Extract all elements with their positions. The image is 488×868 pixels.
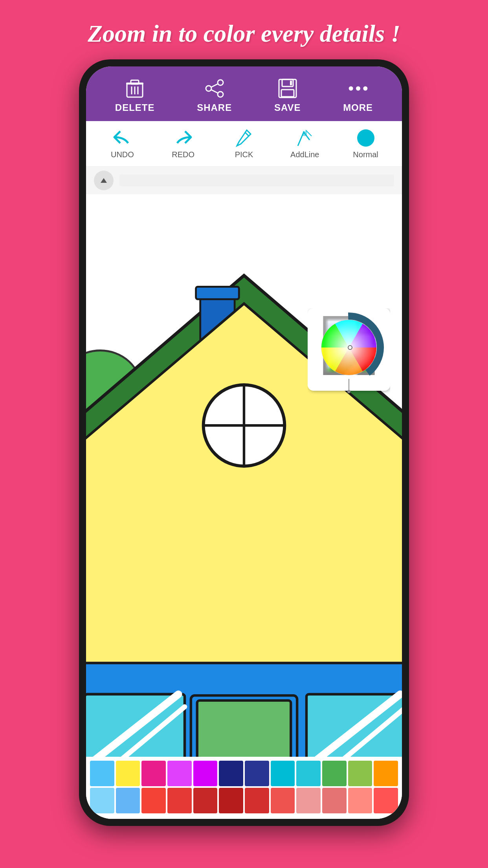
collapse-button[interactable] — [94, 171, 114, 190]
color-swatch[interactable] — [374, 761, 398, 786]
share-icon — [204, 77, 225, 99]
undo-label: UNDO — [111, 150, 134, 159]
undo-icon — [112, 128, 132, 148]
delete-icon — [124, 77, 146, 99]
phone-screen: DELETE SHARE — [86, 66, 402, 819]
palette-row-2 — [90, 788, 398, 813]
color-swatch[interactable] — [296, 761, 321, 786]
normal-button[interactable]: Normal — [337, 125, 394, 162]
color-swatch[interactable] — [271, 788, 295, 813]
svg-point-16 — [356, 86, 360, 90]
svg-line-9 — [211, 84, 218, 87]
save-button[interactable]: SAVE — [274, 77, 301, 113]
color-swatch[interactable] — [348, 761, 372, 786]
svg-point-26 — [348, 346, 352, 349]
color-swatch[interactable] — [219, 761, 243, 786]
svg-rect-2 — [126, 83, 143, 85]
normal-icon — [356, 128, 376, 148]
color-swatch[interactable] — [348, 788, 372, 813]
page-wrapper: Zoom in to color every details ! — [0, 0, 488, 868]
svg-point-28 — [347, 390, 350, 393]
addline-icon — [295, 128, 315, 148]
svg-rect-19 — [303, 131, 307, 136]
color-swatch[interactable] — [193, 788, 218, 813]
color-swatch[interactable] — [90, 788, 114, 813]
canvas-area[interactable] — [86, 194, 402, 757]
color-wheel[interactable] — [308, 308, 390, 395]
pick-label: PICK — [235, 150, 253, 159]
color-swatch[interactable] — [322, 761, 347, 786]
delete-button[interactable]: DELETE — [115, 77, 155, 113]
svg-rect-14 — [290, 81, 292, 85]
share-label: SHARE — [197, 102, 232, 113]
color-swatch[interactable] — [245, 761, 269, 786]
header-title: Zoom in to color every details ! — [64, 0, 424, 59]
color-palette — [86, 757, 402, 819]
color-swatch[interactable] — [116, 788, 140, 813]
color-swatch[interactable] — [90, 761, 114, 786]
delete-label: DELETE — [115, 102, 155, 113]
color-swatch[interactable] — [271, 761, 295, 786]
svg-point-15 — [349, 86, 353, 90]
normal-label: Normal — [353, 150, 378, 159]
addline-label: AddLine — [290, 150, 319, 159]
svg-rect-13 — [281, 90, 294, 97]
color-swatch[interactable] — [141, 788, 166, 813]
color-swatch[interactable] — [374, 788, 398, 813]
palette-row-1 — [90, 761, 398, 786]
color-swatch[interactable] — [167, 761, 192, 786]
svg-line-10 — [211, 90, 218, 93]
redo-button[interactable]: REDO — [155, 125, 212, 162]
color-swatch[interactable] — [193, 761, 218, 786]
color-swatch[interactable] — [245, 788, 269, 813]
svg-marker-22 — [101, 178, 107, 183]
color-swatch[interactable] — [219, 788, 243, 813]
addline-button[interactable]: AddLine — [276, 125, 333, 162]
top-action-bar: DELETE SHARE — [86, 66, 402, 121]
svg-point-6 — [218, 80, 223, 85]
color-swatch[interactable] — [141, 761, 166, 786]
redo-icon — [173, 128, 193, 148]
pick-button[interactable]: PICK — [216, 125, 273, 162]
save-icon — [277, 77, 298, 99]
phone-frame: DELETE SHARE — [79, 59, 409, 826]
share-button[interactable]: SHARE — [197, 77, 232, 113]
svg-point-7 — [206, 86, 211, 91]
save-label: SAVE — [274, 102, 301, 113]
svg-rect-37 — [196, 287, 239, 299]
undo-button[interactable]: UNDO — [94, 125, 151, 162]
color-swatch[interactable] — [322, 788, 347, 813]
svg-rect-52 — [197, 701, 291, 757]
house-drawing — [86, 194, 402, 757]
more-label: MORE — [343, 102, 373, 113]
svg-point-8 — [218, 92, 223, 97]
more-button[interactable]: MORE — [343, 77, 373, 113]
svg-point-21 — [357, 129, 374, 147]
color-swatch[interactable] — [167, 788, 192, 813]
pick-icon — [234, 128, 254, 148]
color-swatch[interactable] — [116, 761, 140, 786]
redo-label: REDO — [172, 150, 194, 159]
color-picker-row — [86, 167, 402, 194]
more-icon — [347, 77, 369, 99]
svg-point-17 — [363, 86, 367, 90]
svg-line-18 — [245, 132, 249, 136]
toolbar: UNDO REDO — [86, 121, 402, 167]
color-swatch[interactable] — [296, 788, 321, 813]
